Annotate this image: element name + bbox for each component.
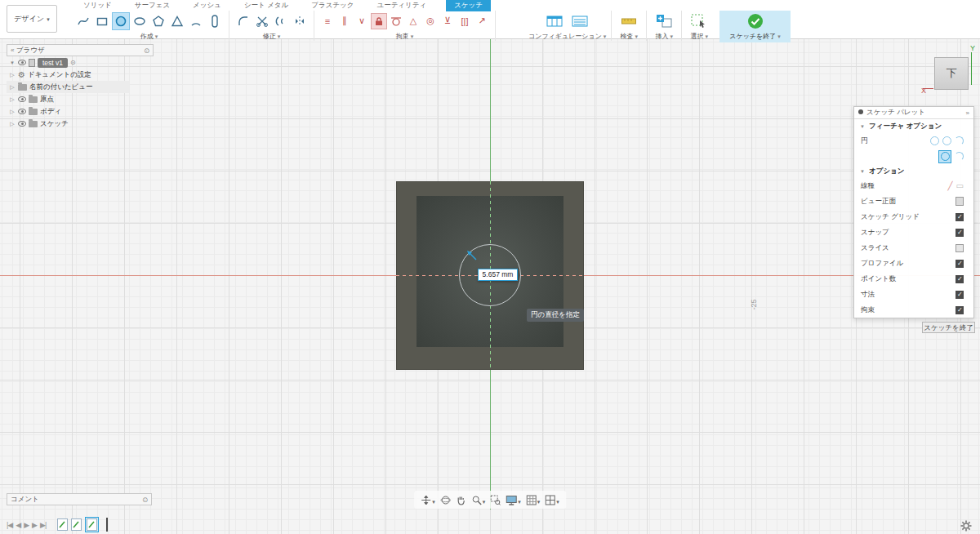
rectangle-tool-icon[interactable] [93, 12, 111, 30]
view-cube[interactable]: 下 Y X [921, 46, 975, 96]
curvature-constraint-icon[interactable]: ↗ [474, 13, 490, 29]
configuration-dropdown[interactable]: コンフィギュレーション [528, 32, 606, 41]
viewports-icon[interactable] [545, 492, 559, 507]
tab-mesh[interactable]: メッシュ [189, 0, 225, 11]
trim-tool-icon[interactable] [253, 12, 271, 30]
offset-tool-icon[interactable] [272, 12, 290, 30]
collapse-arrow-icon[interactable]: ▷ [9, 121, 16, 127]
three-point-circle-mode-icon[interactable] [955, 136, 964, 145]
select-cursor-icon[interactable] [687, 11, 711, 31]
midpoint-constraint-icon[interactable]: ⊻ [439, 13, 456, 29]
centerline-icon[interactable]: ▭ [956, 181, 964, 190]
constraints-dropdown[interactable]: 拘束 [396, 32, 413, 41]
finish-sketch-button[interactable]: スケッチを終了 [719, 11, 790, 42]
equal-constraint-icon[interactable]: △ [405, 13, 421, 29]
tree-item-document-settings[interactable]: ▷ ⚙ ドキュメントの設定 [7, 69, 154, 81]
insert-icon[interactable] [652, 11, 676, 31]
orbit-icon[interactable] [440, 495, 451, 505]
collapse-arrow-icon[interactable]: ▷ [9, 84, 16, 91]
pan-hand-icon[interactable] [456, 495, 466, 505]
collapse-arrow-icon[interactable]: ▷ [9, 96, 16, 103]
tree-item-named-views[interactable]: ▷ 名前の付いたビュー [7, 81, 129, 93]
active-circle-mode-icon[interactable] [938, 150, 951, 163]
fix-lock-constraint-icon[interactable] [371, 13, 387, 29]
slice-checkbox[interactable] [956, 244, 964, 252]
mirror-tool-icon[interactable] [291, 12, 309, 30]
create-dropdown[interactable]: 作成 [140, 32, 158, 41]
polygon-tool-icon[interactable] [149, 12, 167, 30]
tab-solid[interactable]: ソリッド [80, 0, 115, 11]
symmetry-constraint-icon[interactable]: [|] [457, 13, 473, 29]
configuration-list-icon[interactable] [568, 11, 592, 31]
collapse-arrow-icon[interactable]: ▷ [9, 109, 16, 115]
measure-ruler-icon[interactable] [617, 11, 641, 31]
visibility-eye-icon[interactable] [18, 60, 26, 65]
points-checkbox[interactable] [956, 275, 964, 283]
view-cube-face[interactable]: 下 [934, 57, 969, 90]
arc-tool-icon[interactable] [187, 12, 205, 30]
visibility-eye-icon[interactable] [18, 109, 26, 114]
fillet-tool-icon[interactable] [234, 12, 252, 30]
circle-tool-icon[interactable] [112, 12, 130, 30]
drag-arrow-icon[interactable] [466, 250, 479, 262]
collapse-icon[interactable]: « [11, 47, 14, 54]
document-menu-icon[interactable]: ⊙ [70, 59, 76, 66]
tab-plastic[interactable]: プラスチック [308, 0, 357, 11]
select-dropdown[interactable]: 選択 [691, 32, 708, 41]
step-forward-button[interactable]: ▶ [32, 521, 37, 529]
two-point-circle-mode-icon[interactable] [942, 136, 951, 145]
tangent-constraint-icon[interactable] [388, 13, 404, 29]
tangent-circle-mode-icon[interactable] [955, 152, 964, 161]
palette-finish-sketch-button[interactable]: スケッチを終了 [922, 322, 975, 333]
construction-line-icon[interactable]: ╱ [948, 181, 953, 190]
line-tool-icon[interactable] [74, 12, 92, 30]
pan-icon[interactable] [421, 492, 435, 507]
snap-checkbox[interactable] [956, 229, 964, 237]
coincident-constraint-icon[interactable]: ∨ [354, 13, 370, 29]
insert-dropdown[interactable]: 挿入 [656, 32, 673, 41]
feature-options-section[interactable]: ▼ フィーチャ オプション [854, 119, 973, 133]
look-at-icon[interactable] [956, 197, 964, 206]
timeline-position-marker[interactable] [106, 518, 108, 532]
ellipse-tool-icon[interactable] [131, 12, 149, 30]
parallel-constraint-icon[interactable]: ∥ [336, 13, 353, 29]
dimension-input[interactable]: 5.657 mm [478, 269, 518, 281]
timeline-sketch-feature-2[interactable] [71, 518, 82, 531]
tree-item-origin[interactable]: ▷ 原点 [7, 93, 154, 105]
visibility-eye-icon[interactable] [18, 121, 26, 127]
zoom-window-icon[interactable] [490, 495, 501, 505]
zoom-icon[interactable] [471, 492, 486, 507]
go-to-start-button[interactable]: |◀ [7, 521, 12, 529]
timeline-active-feature[interactable] [85, 517, 99, 532]
play-button[interactable]: ▶ [24, 521, 29, 529]
dimensions-checkbox[interactable] [956, 291, 964, 299]
design-menu-button[interactable]: デザイン [7, 5, 57, 33]
visibility-eye-icon[interactable] [18, 96, 26, 102]
triangle-tool-icon[interactable] [168, 12, 186, 30]
settings-gear-button[interactable] [960, 520, 972, 534]
comments-bar[interactable]: コメント ⊙ [7, 493, 152, 505]
palette-collapse-icon[interactable]: » [966, 109, 969, 117]
tab-surface[interactable]: サーフェス [131, 0, 173, 11]
tree-item-sketches[interactable]: ▷ スケッチ [7, 118, 154, 130]
modify-dropdown[interactable]: 修正 [263, 32, 280, 41]
collapse-arrow-icon[interactable]: ▷ [9, 72, 16, 78]
timeline-sketch-feature-1[interactable] [57, 518, 68, 531]
horizontal-vertical-constraint-icon[interactable]: ≡ [319, 13, 336, 29]
options-section[interactable]: ▼ オプション [854, 164, 973, 178]
display-settings-icon[interactable] [506, 492, 521, 507]
tab-sketch[interactable]: スケッチ [446, 0, 491, 11]
tab-utilities[interactable]: ユーティリティ [373, 0, 430, 11]
center-circle-mode-icon[interactable] [930, 136, 939, 145]
tab-sheetmetal[interactable]: シート メタル [241, 0, 292, 11]
expand-arrow-icon[interactable]: ▾ [9, 60, 16, 66]
profile-checkbox[interactable] [956, 260, 964, 268]
sketch-grid-checkbox[interactable] [956, 213, 964, 221]
constraints-checkbox[interactable] [956, 306, 964, 314]
grid-settings-icon[interactable] [526, 492, 541, 507]
tree-item-bodies[interactable]: ▷ ボディ [7, 105, 154, 118]
concentric-constraint-icon[interactable]: ◎ [422, 13, 439, 29]
slot-tool-icon[interactable] [206, 12, 224, 30]
step-back-button[interactable]: ◀ [16, 521, 20, 529]
tree-item-document[interactable]: ▾ test v1 ⊙ [7, 56, 154, 69]
